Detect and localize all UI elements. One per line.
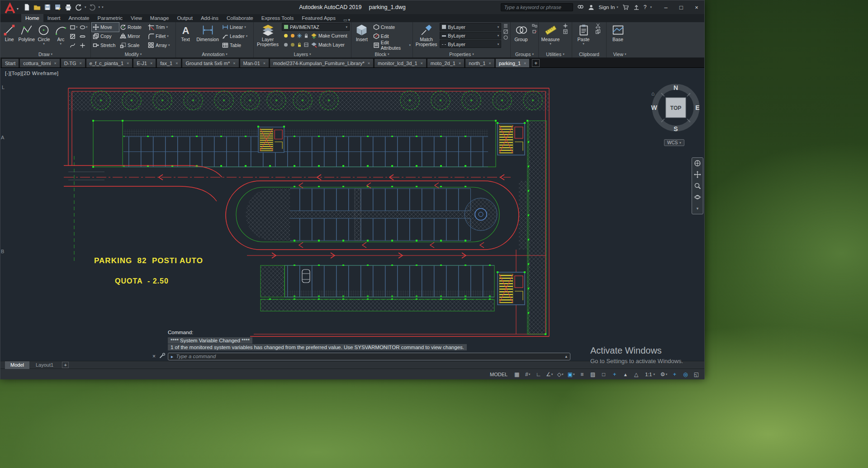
model-space-canvas[interactable]: PARKING 82 POSTI AUTO QUOTA - 2.50 [-][T… xyxy=(0,67,704,361)
orbit-icon[interactable] xyxy=(693,193,702,201)
model-tab[interactable]: Model xyxy=(5,361,29,369)
panel-title-view[interactable]: View▾ xyxy=(607,51,633,57)
clean-screen-icon[interactable]: ◱ xyxy=(691,370,702,378)
text-button[interactable]: A Text xyxy=(177,23,194,51)
layer-thaw-icon[interactable] xyxy=(289,42,295,48)
wcs-dropdown[interactable]: WCS ▾ xyxy=(664,139,684,146)
compass-east[interactable]: E xyxy=(695,104,699,111)
rectangle-tool-icon[interactable]: ▾ xyxy=(70,23,80,32)
array-button[interactable]: Array▾ xyxy=(147,41,173,50)
panel-title-clipboard[interactable]: Clipboard xyxy=(572,51,606,57)
file-tab[interactable]: Man-01× xyxy=(240,58,270,67)
close-icon[interactable]: × xyxy=(524,61,526,66)
application-menu-button[interactable]: ▾ xyxy=(3,1,19,19)
save-button[interactable] xyxy=(43,3,52,12)
grid-icon[interactable]: ▦ xyxy=(512,370,522,378)
dynamic-input-icon[interactable]: + xyxy=(609,370,620,378)
group-button[interactable]: Group xyxy=(512,23,531,51)
panel-title-modify[interactable]: Modify▾ xyxy=(91,51,175,57)
panel-title-groups[interactable]: Groups▾ xyxy=(511,51,538,57)
undo-button[interactable] xyxy=(74,3,83,12)
scale-button[interactable]: Scale xyxy=(119,41,147,50)
spline-tool-icon[interactable] xyxy=(70,41,80,50)
infer-constraints-icon[interactable]: ∟ xyxy=(533,370,544,378)
qat-customize-icon[interactable]: ▾ xyxy=(102,5,104,9)
viewcube[interactable]: TOP N W E S ⌂ xyxy=(643,75,704,140)
plot-button[interactable] xyxy=(64,3,72,12)
id-point-icon[interactable] xyxy=(562,23,568,28)
layer-off-icon[interactable] xyxy=(283,33,289,39)
layer-lock-icon[interactable] xyxy=(303,33,309,39)
minimize-button[interactable]: – xyxy=(658,0,674,14)
zoom-icon[interactable] xyxy=(693,182,702,190)
base-view-button[interactable]: Base xyxy=(607,23,628,51)
trim-button[interactable]: Trim▾ xyxy=(147,23,173,32)
transparency-mini-icon[interactable] xyxy=(503,28,509,34)
group-edit-icon[interactable] xyxy=(531,28,537,34)
help-icon[interactable]: ? xyxy=(644,4,647,10)
ungroup-icon[interactable] xyxy=(531,23,537,28)
layer-properties-button[interactable]: Layer Properties xyxy=(255,23,281,51)
tab-manage[interactable]: Manage xyxy=(146,14,173,22)
linetype-dropdown[interactable]: ByLayer ▾ xyxy=(440,40,501,48)
cut-icon[interactable] xyxy=(595,23,601,28)
file-tab[interactable]: model2374-Kumpulan_Furniture_Library*× xyxy=(270,58,374,67)
tab-addins[interactable]: Add-ins xyxy=(197,14,223,22)
file-tab[interactable]: Ground tank 5x6 m*× xyxy=(182,58,239,67)
annotation-monitor-icon[interactable]: + xyxy=(669,370,680,378)
close-icon[interactable]: × xyxy=(152,353,156,359)
customize-wrench-icon[interactable] xyxy=(159,352,165,360)
tab-collaborate[interactable]: Collaborate xyxy=(223,14,257,22)
panel-title-utilities[interactable]: Utilities▾ xyxy=(539,51,572,57)
leader-button[interactable]: Leader▾ xyxy=(221,32,248,41)
layer-select-dropdown[interactable]: PAVIMENTAZ ▾ xyxy=(282,23,350,31)
panel-title-properties[interactable]: Properties▾ xyxy=(413,51,510,57)
isodraft-icon[interactable]: ◇▾ xyxy=(555,370,565,378)
selection-cycling-icon[interactable]: □ xyxy=(598,370,609,378)
share-icon[interactable] xyxy=(633,4,640,11)
file-tab[interactable]: monitor_lcd_3d_1× xyxy=(374,58,427,67)
tab-home[interactable]: Home xyxy=(21,14,43,22)
file-tab-start[interactable]: Start xyxy=(1,58,19,67)
undo-dropdown-icon[interactable]: ▾ xyxy=(85,5,86,9)
maximize-button[interactable]: □ xyxy=(674,0,689,14)
file-tab[interactable]: fax_1× xyxy=(157,58,181,67)
tab-annotate[interactable]: Annotate xyxy=(64,14,93,22)
viewcube-top-label[interactable]: TOP xyxy=(670,105,681,111)
compass-north[interactable]: N xyxy=(674,84,678,91)
new-layout-button[interactable]: + xyxy=(62,362,69,368)
help-dropdown-icon[interactable]: ▾ xyxy=(650,5,652,9)
redo-button[interactable] xyxy=(88,3,97,12)
compass-south[interactable]: S xyxy=(674,125,678,132)
close-button[interactable]: × xyxy=(689,0,704,14)
hatch-tool-icon[interactable] xyxy=(70,32,80,41)
insert-block-button[interactable]: Insert xyxy=(352,23,371,51)
object-snap-icon[interactable]: ▣▾ xyxy=(566,370,576,378)
close-icon[interactable]: × xyxy=(459,61,461,66)
rotate-button[interactable]: Rotate xyxy=(119,23,147,32)
model-space-button[interactable]: MODEL xyxy=(486,372,511,377)
lineweight-dropdown[interactable]: ByLayer ▾ xyxy=(440,32,501,39)
graphics-performance-icon[interactable]: ◎ xyxy=(680,370,691,378)
close-icon[interactable]: × xyxy=(150,61,152,66)
open-file-button[interactable] xyxy=(33,3,41,12)
copy-button[interactable]: Copy xyxy=(92,32,119,41)
create-block-button[interactable]: Create xyxy=(372,23,412,32)
sign-in-button[interactable]: Sign In ▾ xyxy=(598,5,618,10)
object-color-dropdown[interactable]: ByLayer ▾ xyxy=(440,23,501,31)
workspace-switching-icon[interactable]: ⚙▾ xyxy=(659,370,669,378)
close-icon[interactable]: × xyxy=(175,61,178,66)
close-icon[interactable]: × xyxy=(489,61,491,66)
fillet-button[interactable]: Fillet▾ xyxy=(147,32,173,41)
close-icon[interactable]: × xyxy=(421,61,423,66)
search-icon[interactable] xyxy=(577,4,584,11)
make-current-button[interactable]: Make Current xyxy=(311,33,347,39)
panel-title-annotation[interactable]: Annotation▾ xyxy=(176,51,253,57)
viewcube-home-icon[interactable]: ⌂ xyxy=(651,90,655,97)
table-button[interactable]: Table xyxy=(221,41,248,50)
new-file-button[interactable] xyxy=(22,3,31,12)
ribbon-collapse-icon[interactable]: ▭▾ xyxy=(343,18,350,22)
file-tab-parking-1[interactable]: parking_1× xyxy=(495,58,530,67)
layer-unlock-icon[interactable] xyxy=(296,42,302,48)
lineweight-display-icon[interactable]: ≡ xyxy=(577,370,587,378)
